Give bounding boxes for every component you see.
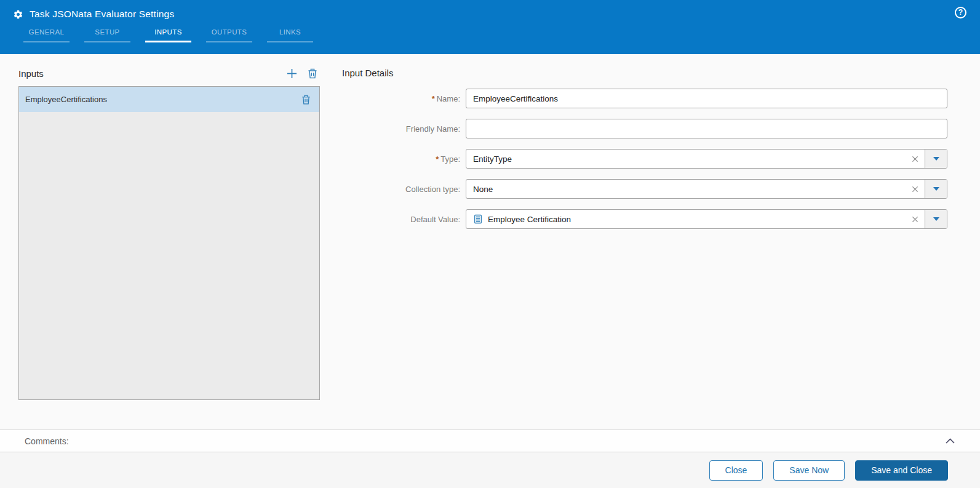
tab-setup[interactable]: SETUP [84,26,130,42]
name-field-control [466,89,947,108]
collection-type-label: Collection type: [342,185,466,194]
close-button[interactable]: Close [709,460,763,481]
gear-icon [13,9,23,20]
dialog-header: Task JSONata Evaluator Settings ? GENERA… [0,0,980,54]
inputs-list: EmployeeCertifications [18,86,320,400]
default-value-content: Employee Certification [466,210,905,228]
friendly-name-field[interactable] [466,119,947,138]
dialog-title: Task JSONata Evaluator Settings [30,9,174,20]
type-field-control: EntityType [466,149,947,169]
collection-type-value: None [466,180,905,198]
default-value-combobox[interactable]: Employee Certification [466,209,947,229]
default-value-text: Employee Certification [488,215,571,224]
add-input-button[interactable] [286,68,298,79]
default-value-dropdown-button[interactable] [925,210,947,228]
title-row: Task JSONata Evaluator Settings [0,0,980,21]
inputs-panel-header: Inputs [18,65,320,81]
collection-type-field-row: Collection type: None [342,179,947,199]
save-and-close-button[interactable]: Save and Close [855,460,948,481]
collapse-comments-button[interactable] [945,438,955,444]
delete-input-button[interactable] [308,68,317,79]
trash-icon [301,95,311,105]
name-label: *Name: [342,94,466,103]
default-value-label: Default Value: [342,215,466,224]
clear-x-icon [912,186,918,193]
caret-down-icon [933,157,939,161]
type-combobox[interactable]: EntityType [466,149,947,169]
inputs-panel-actions [286,68,320,79]
inputs-panel: Inputs EmployeeCertifications [18,65,320,400]
trash-icon [308,68,317,79]
clear-default-value-button[interactable] [905,210,925,228]
help-icon[interactable]: ? [955,7,966,18]
clear-type-button[interactable] [905,150,925,168]
default-value-field-control: Employee Certification [466,209,947,229]
default-value-field-row: Default Value: Employee Certification [342,209,947,229]
tab-bar: GENERAL SETUP INPUTS OUTPUTS LINKS [23,26,980,42]
inputs-panel-title: Inputs [18,68,44,79]
collection-type-field-control: None [466,179,947,199]
chevron-up-icon [945,438,955,444]
name-field[interactable] [466,89,947,108]
type-dropdown-button[interactable] [925,150,947,168]
entity-document-icon [473,214,483,224]
input-details-panel: Input Details *Name: Friendly Name: *Typ… [342,65,947,239]
clear-collection-type-button[interactable] [905,180,925,198]
save-now-button[interactable]: Save Now [773,460,845,481]
footer-bar: Close Save Now Save and Close [0,452,980,488]
tab-links[interactable]: LINKS [267,26,313,42]
name-field-row: *Name: [342,89,947,108]
tab-outputs[interactable]: OUTPUTS [206,26,252,42]
caret-down-icon [933,217,939,221]
clear-x-icon [912,156,918,162]
type-label: *Type: [342,154,466,164]
type-value: EntityType [466,150,905,168]
collection-type-dropdown-button[interactable] [925,180,947,198]
input-item-label: EmployeeCertifications [25,95,107,104]
comments-label: Comments: [25,436,69,446]
delete-item-button[interactable] [301,95,311,105]
type-field-row: *Type: EntityType [342,149,947,169]
required-marker: * [436,154,439,164]
comments-bar: Comments: [0,430,980,452]
tab-inputs[interactable]: INPUTS [145,26,191,42]
list-item[interactable]: EmployeeCertifications [19,87,319,112]
collection-type-combobox[interactable]: None [466,179,947,199]
plus-icon [286,68,298,79]
caret-down-icon [933,187,939,191]
friendly-name-label: Friendly Name: [342,124,466,134]
clear-x-icon [912,216,918,223]
input-details-title: Input Details [342,65,947,81]
friendly-name-field-control [466,119,947,138]
friendly-name-field-row: Friendly Name: [342,119,947,138]
required-marker: * [432,94,435,103]
tab-general[interactable]: GENERAL [23,26,70,42]
